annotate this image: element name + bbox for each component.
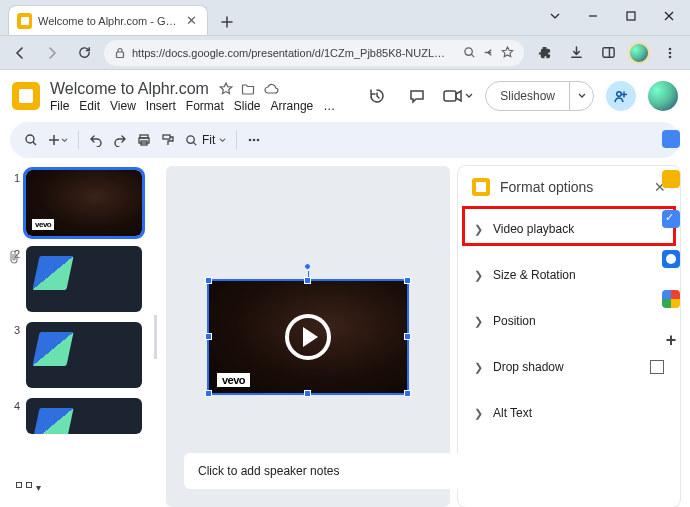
svg-point-8: [617, 92, 622, 97]
panel-item-drop-shadow[interactable]: ❯ Drop shadow: [458, 344, 680, 390]
share-icon[interactable]: [482, 46, 495, 59]
resize-handle-e[interactable]: [404, 333, 411, 340]
panel-item-video-playback[interactable]: ❯ Video playback: [458, 206, 680, 252]
panel-item-alt-text[interactable]: ❯ Alt Text: [458, 390, 680, 436]
svg-rect-7: [444, 91, 456, 101]
zoom-control[interactable]: Fit: [185, 133, 226, 147]
resize-handle-se[interactable]: [404, 390, 411, 397]
menu-arrange[interactable]: Arrange: [271, 99, 314, 113]
svg-point-17: [257, 139, 260, 142]
calendar-icon[interactable]: [662, 130, 680, 148]
slide-thumbnail[interactable]: vevo: [26, 170, 142, 236]
back-button[interactable]: [8, 41, 32, 65]
search-menus-icon[interactable]: [24, 133, 38, 147]
menu-file[interactable]: File: [50, 99, 69, 113]
menu-overflow[interactable]: …: [323, 99, 335, 113]
drop-shadow-checkbox[interactable]: [650, 360, 664, 374]
close-tab-icon[interactable]: ✕: [184, 13, 199, 28]
extensions-icon[interactable]: [532, 41, 556, 65]
browser-profile-avatar[interactable]: [628, 42, 650, 64]
resize-handle-n[interactable]: [304, 277, 311, 284]
slideshow-button[interactable]: Slideshow: [485, 81, 594, 111]
chevron-down-icon[interactable]: [540, 6, 570, 26]
new-tab-button[interactable]: [214, 9, 240, 35]
panel-title: Format options: [500, 179, 644, 195]
print-icon[interactable]: [137, 133, 151, 147]
tab-title: Welcome to Alphr.com - Google: [38, 15, 178, 27]
tasks-icon[interactable]: [662, 210, 680, 228]
undo-icon[interactable]: [89, 133, 103, 147]
move-folder-icon[interactable]: [241, 82, 255, 96]
slideshow-label: Slideshow: [486, 89, 569, 103]
menu-slide[interactable]: Slide: [234, 99, 261, 113]
speaker-notes-placeholder: Click to add speaker notes: [198, 464, 339, 478]
grid-view-button[interactable]: ▾: [16, 482, 41, 493]
maps-icon[interactable]: [662, 290, 680, 308]
more-tools-icon[interactable]: [247, 133, 261, 147]
slideshow-dropdown[interactable]: [569, 82, 593, 110]
bookmark-star-icon[interactable]: [501, 46, 514, 59]
slides-logo[interactable]: [12, 82, 40, 110]
share-button[interactable]: [606, 81, 636, 111]
thumb-row[interactable]: 4: [10, 398, 152, 434]
address-bar[interactable]: https://docs.google.com/presentation/d/1…: [104, 40, 524, 66]
reload-button[interactable]: [72, 41, 96, 65]
svg-rect-1: [117, 52, 124, 58]
thumb-row[interactable]: 2: [10, 246, 152, 312]
panel-item-label: Alt Text: [493, 406, 664, 420]
menu-insert[interactable]: Insert: [146, 99, 176, 113]
document-title[interactable]: Welcome to Alphr.com: [50, 80, 209, 98]
search-in-page-icon[interactable]: [463, 46, 476, 59]
sidepanel-icon[interactable]: [596, 41, 620, 65]
resize-handle-sw[interactable]: [205, 390, 212, 397]
menu-edit[interactable]: Edit: [79, 99, 100, 113]
redo-icon[interactable]: [113, 133, 127, 147]
slide-thumbnail[interactable]: [26, 398, 142, 434]
comments-icon[interactable]: [403, 82, 431, 110]
panel-item-position[interactable]: ❯ Position: [458, 298, 680, 344]
browser-menu-icon[interactable]: [658, 41, 682, 65]
vevo-watermark: vevo: [32, 219, 54, 230]
add-sidepanel-button[interactable]: +: [666, 330, 677, 351]
downloads-icon[interactable]: [564, 41, 588, 65]
meet-button[interactable]: [443, 89, 473, 103]
slide-thumbnail[interactable]: [26, 246, 142, 312]
slide-thumbnails: 1 vevo 2 3 4: [10, 166, 158, 507]
chevron-right-icon: ❯: [474, 407, 483, 420]
new-slide-icon[interactable]: [48, 134, 68, 146]
menu-view[interactable]: View: [110, 99, 136, 113]
play-icon[interactable]: [285, 314, 331, 360]
maximize-button[interactable]: [616, 6, 646, 26]
contacts-icon[interactable]: [662, 250, 680, 268]
thumb-number: 1: [10, 170, 20, 184]
keep-icon[interactable]: [662, 170, 680, 188]
resize-handle-w[interactable]: [205, 333, 212, 340]
thumb-row[interactable]: 3: [10, 322, 152, 388]
menu-format[interactable]: Format: [186, 99, 224, 113]
paint-format-icon[interactable]: [161, 133, 175, 147]
cloud-status-icon[interactable]: [263, 82, 279, 96]
url-text: https://docs.google.com/presentation/d/1…: [132, 47, 457, 59]
version-history-icon[interactable]: [363, 82, 391, 110]
slides-favicon: [17, 13, 32, 29]
slide-thumbnail[interactable]: [26, 322, 142, 388]
panel-item-label: Size & Rotation: [493, 268, 664, 282]
forward-button[interactable]: [40, 41, 64, 65]
chevron-right-icon: ❯: [474, 223, 483, 236]
thumb-row[interactable]: 1 vevo: [10, 170, 152, 236]
account-avatar[interactable]: [648, 81, 678, 111]
resize-handle-nw[interactable]: [205, 277, 212, 284]
rotate-handle[interactable]: [304, 263, 311, 270]
resize-handle-ne[interactable]: [404, 277, 411, 284]
minimize-button[interactable]: [578, 6, 608, 26]
zoom-label: Fit: [202, 133, 215, 147]
browser-tab[interactable]: Welcome to Alphr.com - Google ✕: [8, 5, 208, 35]
svg-point-15: [249, 139, 252, 142]
star-outline-icon[interactable]: [219, 82, 233, 96]
svg-rect-0: [627, 12, 635, 20]
resize-handle-s[interactable]: [304, 390, 311, 397]
close-window-button[interactable]: [654, 6, 684, 26]
selected-video[interactable]: vevo: [209, 281, 407, 393]
panel-item-size-rotation[interactable]: ❯ Size & Rotation: [458, 252, 680, 298]
speaker-notes[interactable]: Click to add speaker notes: [184, 453, 614, 489]
